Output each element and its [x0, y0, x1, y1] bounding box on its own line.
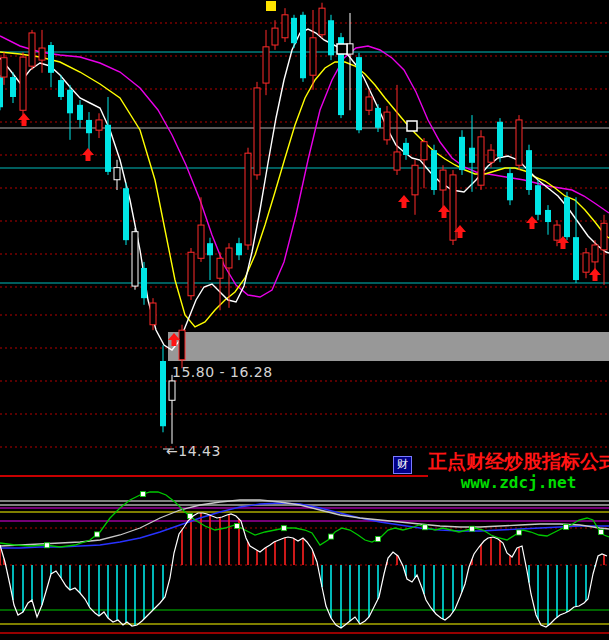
- candle-body-up: [114, 168, 120, 180]
- cai-floating-badge[interactable]: 财: [393, 456, 412, 474]
- candle-body-down: [10, 77, 16, 97]
- candle-body-down: [497, 122, 503, 157]
- indicator-marker-square: [470, 526, 475, 531]
- candle-body-up: [394, 152, 400, 170]
- indicator-marker-square: [376, 537, 381, 542]
- candle-body-down: [375, 108, 381, 128]
- candle-body-up: [554, 225, 560, 240]
- candle-body-up: [132, 232, 138, 286]
- candle-body-up: [601, 223, 607, 250]
- candle-body-up: [245, 153, 251, 245]
- candle-body-up: [478, 137, 484, 185]
- candle-body-down: [0, 77, 3, 107]
- candle-body-down: [236, 243, 242, 255]
- chart-background: [0, 0, 609, 640]
- candle-body-up: [272, 28, 278, 45]
- candle-body-up: [96, 120, 102, 130]
- candle-body-up: [217, 258, 223, 278]
- candle-body-up: [366, 97, 372, 110]
- sell-square-icon: [266, 1, 276, 11]
- candle-body-down: [160, 361, 166, 426]
- candle-body-down: [564, 197, 570, 237]
- candle-body-down: [58, 80, 64, 97]
- candle-body-up: [20, 57, 26, 110]
- indicator-marker-square: [564, 524, 569, 529]
- candle-body-down: [469, 148, 475, 163]
- watermark-url: www.zdcj.net: [428, 473, 609, 493]
- candle-body-up: [1, 58, 7, 77]
- candle-body-up: [179, 330, 185, 360]
- indicator-marker-square: [517, 530, 522, 535]
- candle-body-up: [169, 381, 175, 400]
- candle-body-up: [263, 47, 269, 83]
- candle-body-down: [105, 125, 111, 172]
- candle-body-up: [592, 245, 598, 262]
- marker-square-icon: [337, 44, 347, 54]
- indicator-marker-square: [235, 524, 240, 529]
- stock-chart-window: 15.80 - 16.28 ←14.43 财 正点财经炒股指标公式 www.zd…: [0, 0, 609, 640]
- candle-body-down: [507, 173, 513, 200]
- indicator-marker-square: [141, 492, 146, 497]
- candle-body-down: [48, 45, 54, 73]
- candle-body-down: [459, 137, 465, 170]
- candle-body-down: [123, 188, 129, 240]
- candle-body-up: [347, 44, 353, 54]
- candle-body-down: [403, 143, 409, 155]
- candle-body-down: [141, 268, 147, 298]
- candle-body-up: [488, 150, 494, 162]
- kline-chart-canvas[interactable]: [0, 0, 609, 640]
- candle-body-up: [450, 175, 456, 240]
- candle-body-down: [328, 20, 334, 55]
- candle-body-up: [29, 33, 35, 66]
- candle-body-up: [198, 225, 204, 258]
- candle-body-down: [535, 185, 541, 215]
- candle-body-up: [282, 15, 288, 38]
- candle-body-up: [516, 120, 522, 165]
- marker-square-icon: [407, 121, 417, 131]
- candle-body-up: [421, 142, 427, 160]
- candle-body-up: [188, 252, 194, 296]
- indicator-marker-square: [282, 526, 287, 531]
- indicator-marker-square: [329, 534, 334, 539]
- candle-body-down: [573, 237, 579, 280]
- candle-body-up: [254, 88, 260, 175]
- candle-body-up: [412, 165, 418, 195]
- candle-body-down: [526, 150, 532, 190]
- candle-body-down: [207, 243, 213, 255]
- candle-body-down: [300, 15, 306, 78]
- candle-body-down: [545, 210, 551, 222]
- platform-range-label: 15.80 - 16.28: [172, 364, 273, 380]
- candle-body-up: [583, 253, 589, 272]
- candle-body-down: [431, 150, 437, 190]
- candle-body-down: [67, 90, 73, 114]
- indicator-marker-square: [599, 530, 604, 535]
- watermark: 正点财经炒股指标公式 www.zdcj.net: [428, 451, 609, 496]
- candle-body-up: [39, 48, 45, 60]
- candle-body-down: [77, 105, 83, 120]
- candle-body-up: [310, 38, 316, 75]
- candle-body-up: [440, 170, 446, 190]
- candle-body-up: [226, 248, 232, 268]
- indicator-marker-square: [423, 525, 428, 530]
- candle-body-down: [291, 18, 297, 43]
- candle-body-up: [150, 303, 156, 325]
- candle-body-down: [86, 120, 92, 133]
- candle-body-down: [356, 57, 362, 130]
- candle-body-up: [319, 8, 325, 35]
- watermark-title: 正点财经炒股指标公式: [428, 451, 609, 473]
- candle-body-up: [384, 112, 390, 140]
- low-price-label: ←14.43: [166, 443, 221, 459]
- platform-range-box: [168, 332, 609, 361]
- indicator-marker-square: [95, 532, 100, 537]
- indicator-marker-square: [45, 543, 50, 548]
